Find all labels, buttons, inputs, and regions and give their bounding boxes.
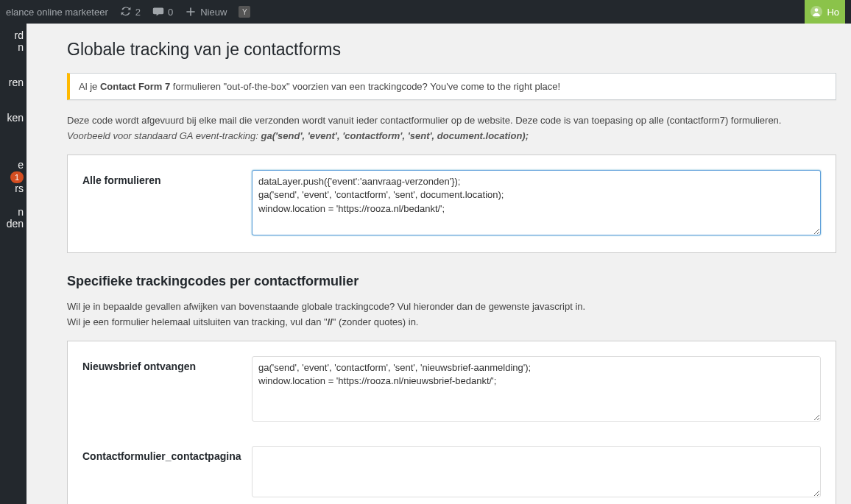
sidebar-item-1[interactable]: n [0,35,27,47]
comments-count: 0 [168,7,173,18]
form-row-0: Nieuwsbrief ontvangen [82,356,821,424]
notice-box: Al je Contact Form 7 formulieren "out-of… [67,73,836,100]
sidebar-item-15[interactable]: n [0,200,27,212]
sidebar-item-16[interactable]: den [0,212,27,224]
section2-intro: Wil je in bepaalde gevallen afwijken van… [67,299,836,330]
form-row-global: Alle formulieren [82,170,821,238]
label-form-0: Nieuwsbrief ontvangen [82,356,237,372]
intro-example: Voorbeeld voor standaard GA event-tracki… [67,130,529,141]
seo-icon: Y [239,6,250,18]
section2-line2: Wil je een formulier helemaal uitsluiten… [67,316,418,327]
textarea-form-1[interactable] [252,446,821,498]
main-content: Globale tracking van je contactforms Al … [27,24,851,504]
notice-bold: Contact Form 7 [100,81,170,92]
sidebar-item-4[interactable]: ren [0,71,27,82]
sidebar-item-5[interactable] [0,82,27,94]
updates-count: 2 [135,7,141,18]
sidebar-item-2[interactable] [0,47,27,59]
admin-sidebar: rd n ren ken e 1 rs n den [0,24,27,504]
new-label: Nieuw [200,7,227,18]
label-form-1: Contactformulier_contactpagina [82,446,237,462]
updates-item[interactable]: 2 [120,6,141,18]
label-global: Alle formulieren [82,170,237,186]
notice-suffix: formulieren "out-of-the-box" voorzien va… [170,81,560,92]
form-row-1: Contactformulier_contactpagina [82,446,821,500]
site-name: elance online marketeer [6,7,108,18]
admin-bar-user[interactable]: Ho [805,0,845,24]
sidebar-item-14[interactable] [0,188,27,200]
refresh-icon [120,6,132,18]
sidebar-item-3[interactable] [0,59,27,71]
comment-icon [152,6,164,18]
intro-example-prefix: Voorbeeld voor standaard GA event-tracki… [67,130,261,141]
sidebar-item-7[interactable]: ken [0,106,27,118]
sidebar-item-13[interactable]: rs [0,177,27,188]
field-global [252,170,821,238]
svg-point-0 [815,8,819,12]
sidebar-item-11[interactable]: e [0,153,27,165]
plus-icon [185,6,197,18]
sidebar-item-10[interactable] [0,141,27,153]
sidebar-item-12[interactable]: 1 [0,165,27,177]
field-form-1 [252,446,821,500]
site-name-item[interactable]: elance online marketeer [6,7,108,18]
admin-bar: elance online marketeer 2 0 Nieuw Y [0,0,851,24]
comments-item[interactable]: 0 [152,6,173,18]
notice-prefix: Al je [79,81,100,92]
field-form-0 [252,356,821,424]
sidebar-item-label: den [7,218,24,230]
sidebar-item-8[interactable] [0,118,27,129]
sidebar-item-0[interactable]: rd [0,24,27,35]
user-label: Ho [827,7,839,18]
avatar-icon [811,6,822,18]
intro-text: Deze code wordt afgevuurd bij elke mail … [67,113,836,144]
admin-bar-left: elance online marketeer 2 0 Nieuw Y [6,6,250,18]
seo-item[interactable]: Y [239,6,250,18]
textarea-form-0[interactable] [252,356,821,422]
intro-example-code: ga('send', 'event', 'contactform', 'sent… [261,130,529,141]
textarea-global[interactable] [252,170,821,235]
new-content-item[interactable]: Nieuw [185,6,227,18]
section2-line1: Wil je in bepaalde gevallen afwijken van… [67,301,585,312]
sidebar-item-9[interactable] [0,129,27,141]
page-title: Globale tracking van je contactforms [67,40,836,60]
intro-line1: Deze code wordt afgevuurd bij elke mail … [67,115,781,126]
sidebar-item-6[interactable] [0,94,27,106]
global-tracking-box: Alle formulieren [67,155,836,253]
specific-tracking-box: Nieuwsbrief ontvangen Contactformulier_c… [67,341,836,504]
section2-title: Specifieke trackingcodes per contactform… [67,274,836,289]
